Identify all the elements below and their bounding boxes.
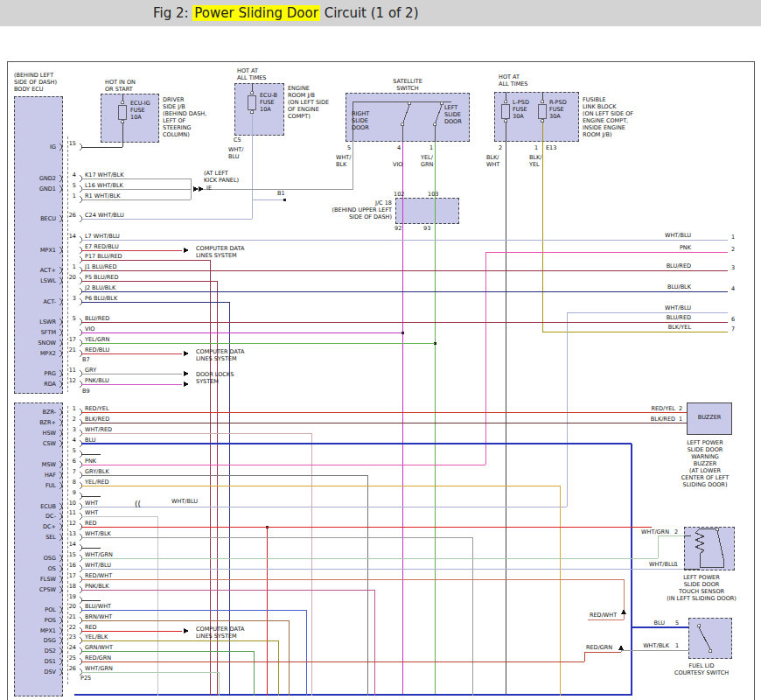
ecu-pin-name: DC- — [17, 513, 56, 520]
left-slide-door-label: LEFT SLIDE DOOR — [444, 104, 462, 125]
wire-label: RED/BLU — [85, 346, 109, 354]
wire-label: YEL/GRN — [85, 336, 109, 343]
connector-pin-number: 11 — [61, 367, 76, 374]
wire-label: P17 BLU/RED — [85, 253, 122, 260]
jc18-note: J/C 18 (BEHIND UPPER LEFT SIDE OF DASH) — [315, 200, 392, 220]
right-edge-num-3: 3 — [731, 264, 735, 271]
wire-label: BLU/WHT — [85, 603, 111, 610]
satellite-pin-1: 1 — [429, 144, 433, 151]
connector-pin-number: 21 — [61, 613, 76, 620]
connector-pin-number: 8 — [61, 479, 76, 486]
wire-label: VIO — [85, 326, 94, 332]
buzzer-pin-2: 2 — [679, 405, 682, 412]
title-suffix: Circuit (1 of 2) — [320, 5, 419, 21]
hot-at-all-times-right-label: HOT AT ALL TIMES — [499, 74, 527, 88]
ecu-pin-name: DSV — [17, 668, 56, 676]
right-edge-num-7: 7 — [731, 326, 735, 332]
connector-pin-number: 2 — [61, 416, 76, 423]
right-edge-num-2: 2 — [731, 246, 735, 253]
wire-label: WHT/GRN — [85, 551, 113, 558]
connector-pin-number: 3 — [61, 426, 76, 433]
ecu-pin-name: POL — [17, 606, 56, 613]
ecu-pin-name: IG — [17, 144, 56, 150]
wire-label: C24 WHT/BLU — [85, 212, 124, 219]
r-psd-fuse-label: R-PSD FUSE 30A — [549, 99, 567, 120]
connector-pin-number: 20 — [61, 603, 76, 610]
right-slide-door-label: RIGHT SLIDE DOOR — [352, 110, 369, 131]
ecu-pin-name: HAF — [17, 472, 56, 479]
computer-data-note-3: COMPUTER DATA LINES SYSTEM — [196, 626, 244, 640]
ecu-pin-name: SFTM — [17, 329, 56, 336]
connector-pin-number: 16 — [61, 562, 76, 569]
right-edge-num-4: 4 — [731, 285, 735, 292]
wire-label: RED — [85, 624, 97, 631]
rpsd-wire-label: BLK/ YEL — [529, 154, 542, 168]
wire-label: GRN/WHT — [85, 644, 113, 651]
connector-pin-number: 23 — [61, 634, 76, 640]
ecu-pin-name: DS2 — [17, 648, 56, 654]
ecu-pin-name: OS — [17, 565, 56, 572]
wire-label: WHT/RED — [85, 426, 112, 433]
connector-pin-number: 15 — [61, 140, 76, 147]
buzzer-label: BUZZER — [687, 414, 732, 421]
ecu-pin-name: GND1 — [17, 186, 56, 192]
ecu-pin-name: MPX1 — [17, 627, 56, 634]
wire-label: L16 WHT/BLK — [85, 182, 123, 189]
right-edge-label-6: BLU/RED — [639, 314, 691, 321]
wire-label: P5 BLU/RED — [85, 274, 118, 281]
connector-pin-number: 24 — [61, 644, 76, 651]
connector-pin-number: 22 — [61, 624, 76, 631]
connector-pin-number: 11 — [61, 509, 76, 516]
jc-pin-92: 92 — [394, 225, 401, 232]
ecu-ig-fuse-label: ECU-IG FUSE 10A — [130, 100, 150, 121]
connector-pin-number: 26 — [61, 212, 76, 219]
right-edge-label-2: PNK — [639, 244, 691, 251]
ecu-pin-name: HSW — [17, 430, 56, 437]
connector-pin-number: 14 — [61, 541, 76, 548]
door-locks-note: DOOR LOCKS SYSTEM — [196, 371, 234, 385]
right-edge-label-7: BLK/YEL — [639, 324, 691, 331]
connector-pin-number: 19 — [61, 593, 76, 600]
wire-label: RED/GRN — [85, 654, 111, 662]
connector-pin-number: 5 — [61, 315, 76, 322]
ie-label: IE — [206, 185, 212, 192]
computer-data-note-1: COMPUTER DATA LINES SYSTEM — [196, 245, 244, 259]
e13-label: E13 — [546, 144, 556, 151]
wire-label: WHT/GRN — [85, 665, 113, 672]
connector-pin-number: 15 — [61, 551, 76, 558]
buzzer-wire-2-label: RED/YEL — [623, 405, 675, 412]
satellite-wire-1-label: YEL/ GRN — [421, 154, 433, 168]
inline-connector-symbol: (( — [135, 500, 141, 508]
touch-wire-1-label: WHT/BLU — [623, 561, 675, 568]
figure-title-bar: Fig 2: Power Sliding Door Circuit (1 of … — [0, 0, 761, 26]
ecu-pin-name: FLSW — [17, 576, 56, 583]
connector-pin-number: 1 — [61, 192, 76, 200]
wire-label: BLU/RED — [85, 315, 109, 322]
computer-data-note-2: COMPUTER DATA LINES SYSTEM — [196, 348, 244, 362]
ecu-b-wire-label: WHT/ BLU — [228, 146, 243, 160]
body-ecu-note: (BEHIND LEFT SIDE OF DASH) BODY ECU — [14, 72, 57, 93]
connector-pin-number: 4 — [61, 172, 76, 178]
ecu-pin-name: SEL — [17, 534, 56, 541]
wire-label: PNK/BLK — [85, 583, 109, 590]
right-edge-num-6: 6 — [731, 316, 735, 323]
wire-label: WHT/BLK — [85, 530, 111, 537]
figure-title: Fig 2: Power Sliding Door Circuit (1 of … — [0, 5, 419, 21]
wire-label: PNK — [85, 458, 96, 465]
fusible-link-note: FUSIBLE LINK BLOCK (ON LEFT SIDE OF ENGI… — [583, 96, 633, 138]
connector-pin-number: 14 — [61, 233, 76, 240]
connector-pin-number: 5 — [61, 447, 76, 454]
jc-pin-103: 103 — [428, 191, 438, 198]
wire-label: RED/WHT — [85, 572, 112, 579]
wire-label: K17 WHT/BLK — [85, 172, 123, 178]
label-layer: IG15GND24K17 WHT/BLKGND15L16 WHT/BLK1R1 … — [0, 0, 761, 700]
ecu-b-fuse-label: ECU-B FUSE 10A — [260, 92, 277, 113]
connector-pin-number: 7 — [61, 468, 76, 475]
ecu-pin-name: DC+ — [17, 523, 56, 530]
b9-label: B9 — [82, 388, 90, 395]
wire-label: L7 WHT/BLU — [85, 233, 120, 240]
connector-pin-number: 13 — [61, 530, 76, 537]
ecu-pin-name: SNOW — [17, 340, 56, 346]
satellite-wire-4-label: VIO — [393, 161, 402, 168]
wire-label: J1 BLU/RED — [85, 263, 116, 270]
